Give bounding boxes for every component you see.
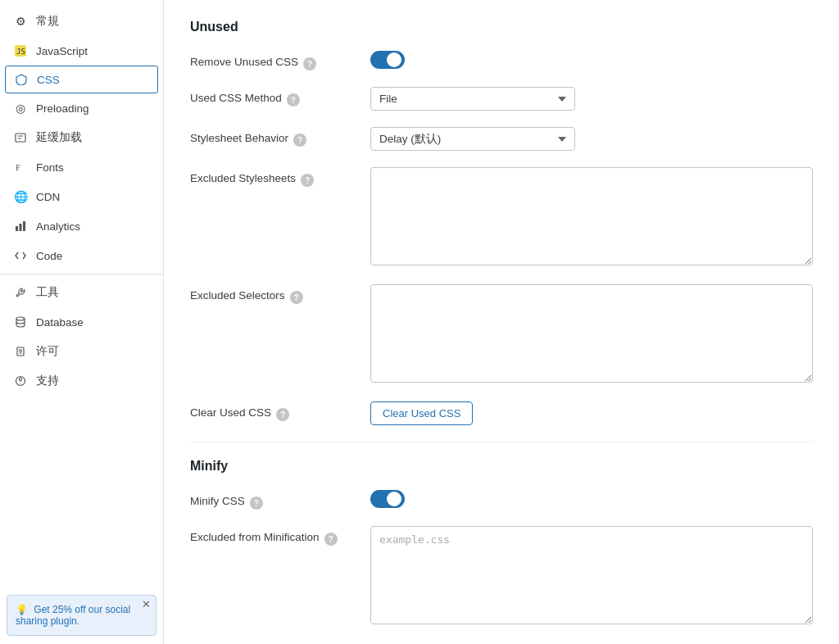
svg-rect-7 xyxy=(20,224,22,231)
settings-row-excluded-minification: Excluded from Minification ? xyxy=(190,526,813,627)
sidebar-menu: ⚙ 常規 JS JavaScript CSS ◎ Preloading 延缓加载 xyxy=(0,0,163,587)
settings-row-stylesheet-behavior: Stylesheet Behavior ? Delay (默认) Async S… xyxy=(190,127,813,151)
settings-row-clear-used-css: Clear Used CSS ? Clear Used CSS xyxy=(190,401,813,425)
sidebar-item-analytics[interactable]: Analytics xyxy=(0,211,163,241)
settings-row-used-css-method: Used CSS Method ? File Inline Disabled xyxy=(190,87,813,111)
promo-text: Get 25% off our social sharing plugin. xyxy=(16,604,130,627)
svg-text:JS: JS xyxy=(16,48,25,56)
control-excluded-minification xyxy=(370,526,813,627)
svg-point-9 xyxy=(16,317,25,320)
sidebar-item-javascript[interactable]: JS JavaScript xyxy=(0,36,163,66)
sidebar-item-label: 许可 xyxy=(36,344,59,359)
sidebar-item-general[interactable]: ⚙ 常規 xyxy=(0,7,163,36)
control-clear-used-css: Clear Used CSS xyxy=(370,401,813,425)
sidebar-item-license[interactable]: 许可 xyxy=(0,337,163,366)
label-stylesheet-behavior: Stylesheet Behavior ? xyxy=(190,127,370,147)
textarea-excluded-stylesheets[interactable] xyxy=(370,167,813,265)
label-excluded-selectors: Excluded Selectors ? xyxy=(190,284,370,304)
svg-point-10 xyxy=(20,350,22,352)
sidebar-item-label: 工具 xyxy=(36,285,59,300)
sidebar-item-label: CDN xyxy=(36,191,60,203)
sidebar-item-label: Database xyxy=(36,316,84,329)
sidebar-item-tools[interactable]: 工具 xyxy=(0,278,163,307)
textarea-excluded-selectors[interactable] xyxy=(370,284,813,383)
label-used-css-method: Used CSS Method ? xyxy=(190,87,370,107)
sidebar-item-label: JavaScript xyxy=(36,45,88,57)
control-remove-unused-css xyxy=(370,51,813,69)
main-content: Unused Remove Unused CSS ? Used CSS Meth… xyxy=(164,0,839,644)
sidebar-item-label: Code xyxy=(36,250,62,262)
deferred-icon xyxy=(13,130,28,145)
svg-text:F: F xyxy=(16,162,20,172)
help-icon-excluded-selectors[interactable]: ? xyxy=(290,291,303,304)
svg-rect-6 xyxy=(16,226,18,231)
sidebar-item-label: 常規 xyxy=(36,14,59,29)
label-minify-css: Minify CSS ? xyxy=(190,490,370,510)
sidebar-promo: ✕ 💡 Get 25% off our social sharing plugi… xyxy=(7,595,156,636)
sidebar-item-preloading[interactable]: ◎ Preloading xyxy=(0,93,163,123)
label-excluded-stylesheets: Excluded Stylesheets ? xyxy=(190,167,370,187)
promo-icon: 💡 xyxy=(16,604,28,615)
svg-point-13 xyxy=(20,383,20,384)
section-title-unused: Unused xyxy=(190,20,813,34)
sidebar-item-fonts[interactable]: F Fonts xyxy=(0,152,163,182)
license-icon xyxy=(13,344,28,359)
section-separator xyxy=(190,442,813,442)
analytics-icon xyxy=(13,219,28,234)
general-icon: ⚙ xyxy=(13,14,28,29)
textarea-excluded-minification[interactable] xyxy=(370,526,813,624)
sidebar-item-label: Preloading xyxy=(36,102,89,115)
sidebar-item-label: 延缓加载 xyxy=(36,130,82,145)
support-icon xyxy=(13,374,28,388)
css-icon xyxy=(14,72,29,87)
toggle-slider-remove-unused-css xyxy=(370,51,405,69)
sidebar-item-database[interactable]: Database xyxy=(0,307,163,337)
control-excluded-stylesheets xyxy=(370,167,813,268)
help-icon-clear-used-css[interactable]: ? xyxy=(276,408,289,421)
help-icon-excluded-minification[interactable]: ? xyxy=(324,533,338,546)
tools-icon xyxy=(13,285,28,300)
sidebar: ⚙ 常規 JS JavaScript CSS ◎ Preloading 延缓加载 xyxy=(0,0,164,644)
control-minify-css xyxy=(370,490,813,508)
svg-rect-2 xyxy=(16,134,25,142)
javascript-icon: JS xyxy=(13,43,28,58)
settings-row-remove-unused-css: Remove Unused CSS ? xyxy=(190,51,813,70)
sidebar-item-code[interactable]: Code xyxy=(0,241,163,270)
section-title-minify: Minify xyxy=(190,459,813,474)
settings-row-excluded-stylesheets: Excluded Stylesheets ? xyxy=(190,167,813,268)
clear-used-css-button[interactable]: Clear Used CSS xyxy=(370,401,473,425)
sidebar-item-label: CSS xyxy=(37,74,60,86)
settings-row-excluded-selectors: Excluded Selectors ? xyxy=(190,284,813,385)
label-remove-unused-css: Remove Unused CSS ? xyxy=(190,51,370,70)
sidebar-item-label: Analytics xyxy=(36,220,80,233)
help-icon-excluded-stylesheets[interactable]: ? xyxy=(301,174,314,187)
sidebar-item-cdn[interactable]: 🌐 CDN xyxy=(0,182,163,211)
code-icon xyxy=(13,248,28,263)
sidebar-item-css[interactable]: CSS xyxy=(5,66,158,93)
help-icon-stylesheet-behavior[interactable]: ? xyxy=(293,134,306,147)
control-excluded-selectors xyxy=(370,284,813,385)
toggle-remove-unused-css[interactable] xyxy=(370,51,405,69)
help-icon-minify-css[interactable]: ? xyxy=(250,497,263,510)
label-clear-used-css: Clear Used CSS ? xyxy=(190,401,370,421)
sidebar-item-deferred[interactable]: 延缓加载 xyxy=(0,123,163,152)
fonts-icon: F xyxy=(13,160,28,175)
cdn-icon: 🌐 xyxy=(13,189,28,204)
preloading-icon: ◎ xyxy=(13,101,28,116)
sidebar-divider xyxy=(0,274,163,274)
svg-rect-8 xyxy=(23,221,25,231)
help-icon-used-css-method[interactable]: ? xyxy=(287,93,300,107)
select-stylesheet-behavior[interactable]: Delay (默认) Async Sync xyxy=(370,127,575,151)
help-icon-remove-unused-css[interactable]: ? xyxy=(303,57,316,70)
toggle-slider-minify-css xyxy=(370,490,405,508)
sidebar-item-support[interactable]: 支持 xyxy=(0,366,163,396)
label-excluded-minification: Excluded from Minification ? xyxy=(190,526,370,546)
control-used-css-method: File Inline Disabled xyxy=(370,87,813,111)
database-icon xyxy=(13,315,28,329)
select-used-css-method[interactable]: File Inline Disabled xyxy=(370,87,575,111)
promo-close-button[interactable]: ✕ xyxy=(142,599,151,610)
settings-row-minify-css: Minify CSS ? xyxy=(190,490,813,510)
control-stylesheet-behavior: Delay (默认) Async Sync xyxy=(370,127,813,151)
sidebar-item-label: 支持 xyxy=(36,374,59,388)
toggle-minify-css[interactable] xyxy=(370,490,405,508)
